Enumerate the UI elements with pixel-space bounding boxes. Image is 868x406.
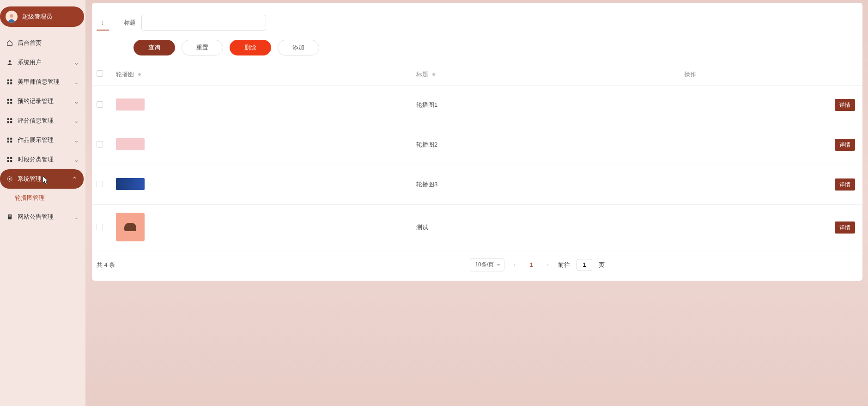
data-table: 轮播图 标题 操作 <box>92 64 862 251</box>
filter-tab-glyph: ↕ <box>101 19 104 26</box>
sidebar-item-timeslot[interactable]: 时段分类管理 ⌄ <box>0 150 85 169</box>
sidebar-item-label: 美甲师信息管理 <box>18 78 60 86</box>
goto-prefix: 前往 <box>558 261 570 269</box>
sidebar-item-label: 系统管理 <box>18 175 42 183</box>
svg-rect-12 <box>7 121 9 123</box>
user-badge: 超级管理员 <box>0 6 84 27</box>
reset-button[interactable]: 重置 <box>182 40 223 55</box>
sidebar-item-label: 评分信息管理 <box>18 117 54 125</box>
add-button[interactable]: 添加 <box>278 40 319 55</box>
svg-rect-24 <box>9 215 11 216</box>
table-row: 测试 详情 <box>92 204 862 251</box>
row-checkbox[interactable] <box>97 101 103 108</box>
svg-rect-25 <box>9 216 11 217</box>
sort-icon[interactable] <box>432 72 436 77</box>
svg-rect-17 <box>10 141 12 142</box>
svg-rect-4 <box>7 82 9 84</box>
chevron-down-icon: ⌄ <box>74 156 79 163</box>
grid-icon <box>6 137 13 143</box>
row-title: 轮播图1 <box>416 101 437 108</box>
sidebar-item-label: 作品展示管理 <box>18 136 54 144</box>
current-page[interactable]: 1 <box>525 261 537 268</box>
chevron-down-icon: ⌄ <box>74 214 79 221</box>
row-title: 轮播图2 <box>416 141 437 148</box>
card: ↕ 标题 查询 重置 删除 添加 轮播图 <box>92 3 862 281</box>
th-title: 标题 <box>412 64 684 85</box>
goto-suffix: 页 <box>599 261 605 269</box>
user-icon <box>6 59 13 66</box>
sidebar-item-home[interactable]: 后台首页 <box>0 33 85 53</box>
svg-rect-6 <box>7 99 9 101</box>
chevron-down-icon: ⌄ <box>74 137 79 144</box>
svg-rect-2 <box>7 80 9 81</box>
row-checkbox[interactable] <box>97 224 103 230</box>
grid-icon <box>6 117 13 124</box>
sidebar-item-label: 系统用户 <box>18 58 42 67</box>
svg-rect-19 <box>10 157 12 159</box>
user-role: 超级管理员 <box>22 12 52 21</box>
sidebar-item-works[interactable]: 作品展示管理 ⌄ <box>0 130 85 150</box>
sidebar-item-label: 后台首页 <box>18 39 42 47</box>
svg-rect-11 <box>10 118 12 120</box>
sidebar-item-label: 时段分类管理 <box>18 155 54 164</box>
sidebar-subitem-label: 轮播图管理 <box>15 194 45 202</box>
row-title: 轮播图3 <box>416 181 437 188</box>
prev-page[interactable]: ‹ <box>511 261 518 268</box>
query-button[interactable]: 查询 <box>134 40 175 55</box>
th-op: 操作 <box>684 64 862 85</box>
sidebar-item-appointment[interactable]: 预约记录管理 ⌄ <box>0 92 85 111</box>
action-buttons: 查询 重置 删除 添加 <box>92 31 862 64</box>
row-thumbnail[interactable] <box>116 138 145 150</box>
sidebar-item-announcement[interactable]: 网站公告管理 ⌄ <box>0 207 85 227</box>
table-row: 轮播图2 详情 <box>92 125 862 165</box>
detail-button[interactable]: 详情 <box>835 221 855 234</box>
row-checkbox[interactable] <box>97 141 103 148</box>
svg-point-22 <box>9 178 11 180</box>
grid-icon <box>6 156 13 163</box>
next-page[interactable]: › <box>544 261 552 268</box>
table-body: 轮播图1 详情 轮播图2 详情 轮播图3 详情 <box>92 85 862 251</box>
svg-rect-5 <box>10 82 12 84</box>
sidebar-item-label: 网站公告管理 <box>18 213 54 221</box>
svg-rect-15 <box>10 138 12 140</box>
goto-page-input[interactable] <box>577 259 592 271</box>
filter-tab[interactable]: ↕ <box>97 15 109 31</box>
page-size-select[interactable]: 10条/页 <box>470 258 504 271</box>
sidebar-subitem-carousel[interactable]: 轮播图管理 <box>0 189 85 207</box>
row-checkbox[interactable] <box>97 181 103 187</box>
row-thumbnail[interactable] <box>116 178 145 190</box>
avatar <box>6 11 18 23</box>
gear-icon <box>6 176 13 182</box>
svg-rect-8 <box>7 102 9 104</box>
svg-rect-16 <box>7 141 9 142</box>
svg-rect-20 <box>7 160 9 162</box>
row-thumbnail[interactable] <box>116 98 145 111</box>
total-count: 共 4 条 <box>95 261 115 269</box>
row-title: 测试 <box>416 224 428 231</box>
svg-point-0 <box>10 14 13 18</box>
sidebar-item-system[interactable]: 系统管理 ⌃ <box>0 169 84 189</box>
title-input[interactable] <box>141 15 266 31</box>
chevron-up-icon: ⌃ <box>72 176 77 183</box>
table-row: 轮播图1 详情 <box>92 85 862 125</box>
detail-button[interactable]: 详情 <box>835 139 855 151</box>
svg-rect-7 <box>10 99 12 101</box>
svg-rect-18 <box>7 157 9 159</box>
detail-button[interactable]: 详情 <box>835 99 855 111</box>
chevron-down-icon: ⌄ <box>74 79 79 86</box>
row-thumbnail[interactable] <box>116 213 145 241</box>
sidebar: 超级管理员 后台首页 系统用户 ⌄ 美甲师信息管理 ⌄ <box>0 0 85 406</box>
select-all-checkbox[interactable] <box>97 70 103 77</box>
sidebar-item-manicurist[interactable]: 美甲师信息管理 ⌄ <box>0 72 85 92</box>
svg-rect-14 <box>7 138 9 140</box>
sidebar-item-rating[interactable]: 评分信息管理 ⌄ <box>0 111 85 130</box>
delete-button[interactable]: 删除 <box>230 40 271 55</box>
svg-rect-3 <box>10 80 12 81</box>
filter-label: 标题 <box>124 18 136 27</box>
sidebar-item-users[interactable]: 系统用户 ⌄ <box>0 53 85 72</box>
grid-icon <box>6 79 13 85</box>
chevron-down-icon: ⌄ <box>74 117 79 124</box>
sort-icon[interactable] <box>138 72 141 77</box>
svg-point-1 <box>9 60 11 62</box>
detail-button[interactable]: 详情 <box>835 178 855 191</box>
